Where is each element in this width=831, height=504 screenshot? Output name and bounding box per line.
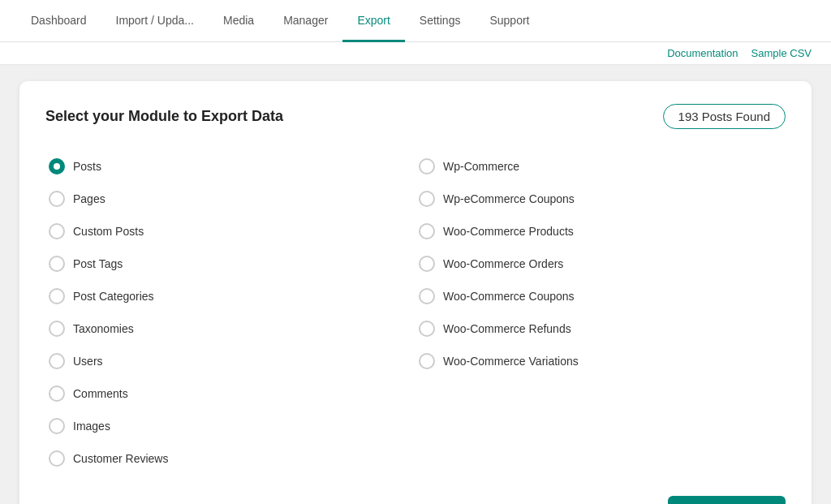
radio-label: Woo-Commerce Orders [443, 257, 563, 270]
radio-label: Custom Posts [73, 225, 144, 238]
left-column: PostsPagesCustom PostsPost TagsPost Cate… [45, 152, 416, 473]
radio-circle [49, 353, 65, 369]
continue-button[interactable]: CONTINUE [668, 496, 786, 504]
radio-label: Woo-Commerce Refunds [443, 322, 571, 335]
options-grid: PostsPagesCustom PostsPost TagsPost Cate… [45, 152, 786, 473]
radio-circle [49, 191, 65, 207]
radio-label: Post Tags [73, 257, 123, 270]
nav-item-import---upda---[interactable]: Import / Upda... [101, 0, 209, 42]
sub-navigation: DocumentationSample CSV [0, 42, 831, 65]
sub-nav-link-documentation[interactable]: Documentation [667, 47, 738, 59]
radio-item-wp-commerce[interactable]: Wp-Commerce [416, 152, 786, 181]
radio-label: Wp-eCommerce Coupons [443, 192, 575, 205]
radio-circle [419, 353, 435, 369]
radio-item-woo-commerce-orders[interactable]: Woo-Commerce Orders [416, 249, 786, 278]
radio-label: Pages [73, 192, 105, 205]
radio-label: Woo-Commerce Variations [443, 355, 579, 368]
radio-item-woo-commerce-variations[interactable]: Woo-Commerce Variations [416, 347, 786, 376]
right-column: Wp-CommerceWp-eCommerce CouponsWoo-Comme… [416, 152, 786, 473]
radio-label: Images [73, 420, 110, 433]
radio-circle [49, 321, 65, 337]
sub-nav-link-sample-csv[interactable]: Sample CSV [751, 47, 812, 59]
radio-label: Wp-Commerce [443, 160, 519, 173]
card-footer: CONTINUE [45, 496, 786, 504]
radio-circle [49, 450, 65, 467]
radio-item-woo-commerce-refunds[interactable]: Woo-Commerce Refunds [416, 314, 786, 343]
radio-circle [49, 418, 65, 434]
radio-item-images[interactable]: Images [45, 411, 416, 441]
radio-item-users[interactable]: Users [45, 347, 416, 376]
export-card: Select your Module to Export Data 193 Po… [19, 81, 812, 504]
radio-circle [49, 256, 65, 272]
radio-item-woo-commerce-products[interactable]: Woo-Commerce Products [416, 217, 786, 246]
radio-circle [419, 191, 435, 207]
nav-item-dashboard[interactable]: Dashboard [16, 0, 101, 42]
radio-circle [419, 223, 435, 239]
card-title: Select your Module to Export Data [45, 108, 283, 125]
main-content: Select your Module to Export Data 193 Po… [0, 65, 831, 504]
card-header: Select your Module to Export Data 193 Po… [45, 104, 786, 129]
radio-circle [49, 223, 65, 239]
radio-circle [49, 288, 65, 304]
radio-item-taxonomies[interactable]: Taxonomies [45, 314, 416, 343]
radio-item-custom-posts[interactable]: Custom Posts [45, 217, 416, 246]
nav-item-settings[interactable]: Settings [405, 0, 476, 42]
radio-item-comments[interactable]: Comments [45, 379, 416, 408]
radio-circle [419, 256, 435, 272]
nav-item-manager[interactable]: Manager [269, 0, 342, 42]
radio-circle [419, 321, 435, 337]
nav-item-support[interactable]: Support [475, 0, 544, 42]
nav-item-media[interactable]: Media [209, 0, 269, 42]
posts-found-badge: 193 Posts Found [663, 104, 786, 129]
radio-label: Taxonomies [73, 322, 134, 335]
radio-circle [49, 386, 65, 402]
radio-circle [419, 288, 435, 304]
radio-circle [49, 158, 65, 174]
radio-item-post-categories[interactable]: Post Categories [45, 282, 416, 311]
radio-label: Woo-Commerce Products [443, 225, 574, 238]
radio-label: Posts [73, 160, 101, 173]
top-navigation: DashboardImport / Upda...MediaManagerExp… [0, 0, 831, 42]
radio-label: Woo-Commerce Coupons [443, 290, 575, 303]
radio-label: Comments [73, 387, 128, 400]
radio-label: Post Categories [73, 290, 154, 303]
radio-label: Users [73, 355, 103, 368]
radio-item-woo-commerce-coupons[interactable]: Woo-Commerce Coupons [416, 282, 786, 311]
nav-item-export[interactable]: Export [342, 0, 404, 42]
radio-item-posts[interactable]: Posts [45, 152, 416, 181]
radio-item-customer-reviews[interactable]: Customer Reviews [45, 444, 416, 473]
radio-item-post-tags[interactable]: Post Tags [45, 249, 416, 278]
radio-item-pages[interactable]: Pages [45, 184, 416, 213]
radio-circle [419, 158, 435, 174]
radio-label: Customer Reviews [73, 452, 168, 465]
radio-item-wp-ecommerce-coupons[interactable]: Wp-eCommerce Coupons [416, 184, 786, 213]
